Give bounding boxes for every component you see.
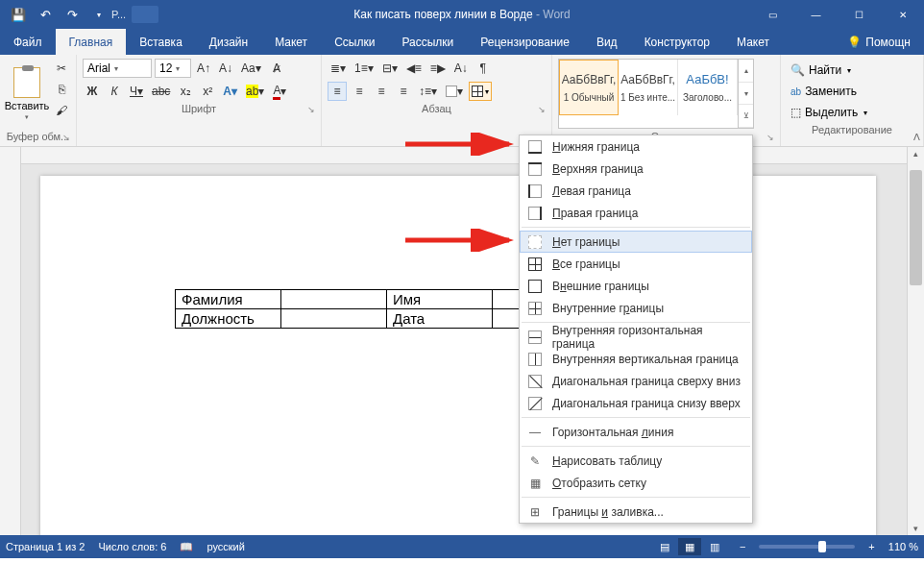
line-spacing-button[interactable]: ↕≡▾ bbox=[416, 82, 440, 101]
select-button[interactable]: ⬚Выделить▾ bbox=[787, 103, 917, 122]
table-cell[interactable] bbox=[281, 309, 387, 329]
view-web-button[interactable]: ▥ bbox=[703, 538, 726, 555]
border-option-outer[interactable]: Внешние границы bbox=[520, 275, 752, 297]
subscript-button[interactable]: x₂ bbox=[176, 82, 195, 101]
justify-button[interactable]: ≡ bbox=[394, 82, 413, 101]
style-no-spacing[interactable]: АаБбВвГг, 1 Без инте... bbox=[619, 60, 678, 115]
save-button[interactable]: 💾 bbox=[6, 3, 31, 26]
tab-design[interactable]: Дизайн bbox=[196, 29, 261, 55]
style-heading1[interactable]: АаБбВ! Заголово... bbox=[678, 60, 738, 115]
border-option-diagd[interactable]: Диагональная граница сверху вниз bbox=[520, 370, 752, 392]
border-option-none[interactable]: Нет границы bbox=[520, 231, 752, 253]
status-word-count[interactable]: Число слов: 6 bbox=[98, 541, 166, 552]
decrease-indent-button[interactable]: ◀≡ bbox=[403, 59, 425, 78]
border-option-top[interactable]: Верхняя граница bbox=[520, 158, 752, 180]
border-option-diagu[interactable]: Диагональная граница снизу вверх bbox=[520, 392, 752, 414]
numbering-button[interactable]: 1≡▾ bbox=[352, 59, 377, 78]
border-option-right[interactable]: Правая граница bbox=[520, 202, 752, 224]
tab-insert[interactable]: Вставка bbox=[126, 29, 196, 55]
cut-button[interactable]: ✂ bbox=[52, 59, 71, 78]
tab-table-design[interactable]: Конструктор bbox=[631, 29, 723, 55]
status-page[interactable]: Страница 1 из 2 bbox=[6, 541, 85, 552]
account-chip[interactable] bbox=[132, 6, 158, 23]
text-effects-button[interactable]: A▾ bbox=[220, 82, 240, 101]
table-cell[interactable]: Фамилия bbox=[176, 290, 281, 309]
style-gallery[interactable]: АаБбВвГг, 1 Обычный АаБбВвГг, 1 Без инте… bbox=[558, 59, 754, 129]
border-option-draw[interactable]: ✎Нарисовать таблицу bbox=[520, 450, 752, 472]
paragraph-launcher[interactable]: ↘ bbox=[538, 105, 546, 114]
zoom-out-button[interactable]: − bbox=[740, 541, 745, 552]
tab-layout[interactable]: Макет bbox=[261, 29, 321, 55]
format-painter-button[interactable]: 🖌 bbox=[52, 101, 71, 120]
tab-table-layout[interactable]: Макет bbox=[723, 29, 783, 55]
zoom-in-button[interactable]: + bbox=[868, 541, 874, 552]
scroll-down-icon[interactable]: ▾ bbox=[908, 524, 924, 533]
scrollbar-thumb[interactable] bbox=[910, 170, 922, 285]
border-option-grid[interactable]: ▦Отобразить сетку bbox=[520, 472, 752, 494]
table-cell[interactable]: Имя bbox=[387, 290, 493, 309]
border-option-left[interactable]: Левая граница bbox=[520, 180, 752, 202]
ribbon-options-button[interactable]: ▭ bbox=[751, 0, 794, 29]
style-gallery-scroll[interactable]: ▴▾⊻ bbox=[738, 60, 753, 128]
grow-font-button[interactable]: A↑ bbox=[194, 59, 213, 78]
tab-review[interactable]: Рецензирование bbox=[467, 29, 583, 55]
tab-references[interactable]: Ссылки bbox=[321, 29, 388, 55]
zoom-level[interactable]: 110 % bbox=[888, 541, 918, 552]
status-spellcheck[interactable]: 📖 bbox=[180, 541, 193, 553]
tab-mailings[interactable]: Рассылки bbox=[388, 29, 467, 55]
tab-file[interactable]: Файл bbox=[0, 29, 56, 55]
font-color-button[interactable]: A▾ bbox=[270, 82, 289, 101]
border-option-inner[interactable]: Внутренние границы bbox=[520, 297, 752, 319]
undo-button[interactable]: ↶ bbox=[33, 3, 58, 26]
vertical-scrollbar[interactable]: ▴ ▾ bbox=[907, 147, 924, 535]
bold-button[interactable]: Ж bbox=[83, 82, 102, 101]
clipboard-launcher[interactable]: ↘ bbox=[62, 133, 70, 142]
document-scroll[interactable]: Фамилия Имя Должность Дата bbox=[21, 147, 907, 535]
sort-button[interactable]: A↓ bbox=[451, 59, 471, 78]
border-option-all[interactable]: Все границы bbox=[520, 253, 752, 275]
clear-formatting-button[interactable]: A̷ bbox=[267, 59, 286, 78]
font-launcher[interactable]: ↘ bbox=[307, 105, 315, 114]
align-left-button[interactable]: ≡ bbox=[328, 82, 347, 101]
superscript-button[interactable]: x² bbox=[198, 82, 217, 101]
highlight-button[interactable]: ab▾ bbox=[243, 82, 267, 101]
tab-home[interactable]: Главная bbox=[56, 29, 127, 55]
close-button[interactable]: ✕ bbox=[881, 0, 924, 29]
tab-view[interactable]: Вид bbox=[583, 29, 631, 55]
copy-button[interactable]: ⎘ bbox=[52, 80, 71, 99]
italic-button[interactable]: К bbox=[105, 82, 124, 101]
underline-button[interactable]: Ч▾ bbox=[127, 82, 146, 101]
replace-button[interactable]: abЗаменить bbox=[787, 82, 917, 101]
table-cell[interactable]: Дата bbox=[387, 309, 493, 329]
view-print-button[interactable]: ▦ bbox=[678, 538, 701, 555]
paste-button[interactable]: Вставить ▾ bbox=[6, 59, 48, 129]
borders-button[interactable]: ▾ bbox=[469, 82, 492, 101]
maximize-button[interactable]: ☐ bbox=[838, 0, 881, 29]
zoom-slider[interactable] bbox=[759, 545, 855, 549]
view-read-button[interactable]: ▤ bbox=[653, 538, 676, 555]
styles-launcher[interactable]: ↘ bbox=[766, 133, 774, 142]
collapse-ribbon-button[interactable]: ᐱ bbox=[913, 132, 920, 142]
qat-customize[interactable]: ▾ bbox=[86, 3, 111, 26]
multilevel-button[interactable]: ⊟▾ bbox=[379, 59, 401, 78]
bullets-button[interactable]: ≣▾ bbox=[328, 59, 349, 78]
scroll-up-icon[interactable]: ▴ bbox=[908, 149, 924, 159]
border-option-hline[interactable]: —Горизонтальная линия bbox=[520, 421, 752, 443]
find-button[interactable]: 🔍Найти▾ bbox=[787, 61, 917, 80]
strikethrough-button[interactable]: abc bbox=[149, 82, 173, 101]
status-language[interactable]: русский bbox=[207, 541, 244, 552]
border-option-bottom[interactable]: Нижняя граница bbox=[520, 135, 752, 158]
table-cell[interactable] bbox=[281, 290, 387, 309]
increase-indent-button[interactable]: ≡▶ bbox=[427, 59, 449, 78]
minimize-button[interactable]: — bbox=[794, 0, 838, 29]
font-size-combo[interactable]: 12▾ bbox=[155, 59, 191, 78]
table-cell[interactable]: Должность bbox=[176, 309, 281, 329]
zoom-thumb[interactable] bbox=[818, 541, 826, 552]
border-option-dialog[interactable]: ⊞Границы и заливка... bbox=[520, 501, 752, 523]
style-normal[interactable]: АаБбВвГг, 1 Обычный bbox=[559, 60, 619, 115]
shrink-font-button[interactable]: A↓ bbox=[216, 59, 235, 78]
border-option-ih[interactable]: Внутренняя горизонтальная граница bbox=[520, 326, 752, 348]
font-name-combo[interactable]: Arial▾ bbox=[83, 59, 152, 78]
change-case-button[interactable]: Aa▾ bbox=[238, 59, 264, 78]
align-right-button[interactable]: ≡ bbox=[372, 82, 391, 101]
